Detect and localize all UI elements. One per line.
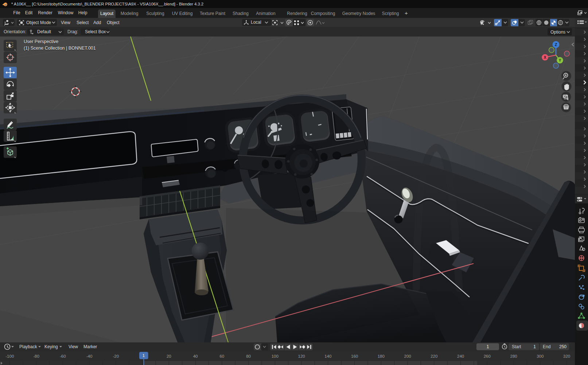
svg-text:Y: Y — [559, 58, 561, 62]
svg-text:320: 320 — [563, 354, 570, 358]
svg-text:X: X — [544, 55, 546, 59]
svg-text:300: 300 — [537, 354, 544, 358]
svg-text:220: 220 — [431, 354, 437, 358]
svg-text:-20: -20 — [113, 354, 119, 358]
svg-text:View: View — [69, 344, 78, 349]
svg-text:-80: -80 — [33, 354, 39, 358]
svg-text:280: 280 — [510, 354, 517, 358]
svg-text:140: 140 — [324, 354, 331, 358]
svg-text:20: 20 — [167, 354, 171, 358]
svg-text:1: 1 — [533, 344, 536, 349]
svg-text:Start: Start — [512, 344, 521, 349]
svg-text:160: 160 — [351, 354, 358, 358]
svg-text:Keying: Keying — [44, 344, 58, 349]
svg-text:Z: Z — [555, 43, 557, 47]
svg-text:Marker: Marker — [83, 344, 97, 349]
svg-text:240: 240 — [457, 354, 464, 358]
svg-text:End: End — [543, 344, 550, 349]
svg-text:Playback: Playback — [19, 344, 38, 349]
svg-text:200: 200 — [404, 354, 411, 358]
svg-text:1: 1 — [143, 353, 145, 358]
svg-text:40: 40 — [193, 354, 198, 358]
svg-text:-40: -40 — [86, 354, 93, 358]
svg-text:120: 120 — [298, 354, 305, 358]
svg-text:260: 260 — [484, 354, 491, 358]
svg-text:100: 100 — [272, 354, 279, 358]
svg-text:-100: -100 — [5, 354, 14, 358]
svg-text:180: 180 — [378, 354, 385, 358]
svg-text:80: 80 — [246, 354, 251, 358]
svg-text:1: 1 — [487, 344, 489, 349]
svg-text:60: 60 — [219, 354, 224, 358]
svg-text:250: 250 — [559, 344, 566, 349]
svg-text:-60: -60 — [60, 354, 66, 358]
